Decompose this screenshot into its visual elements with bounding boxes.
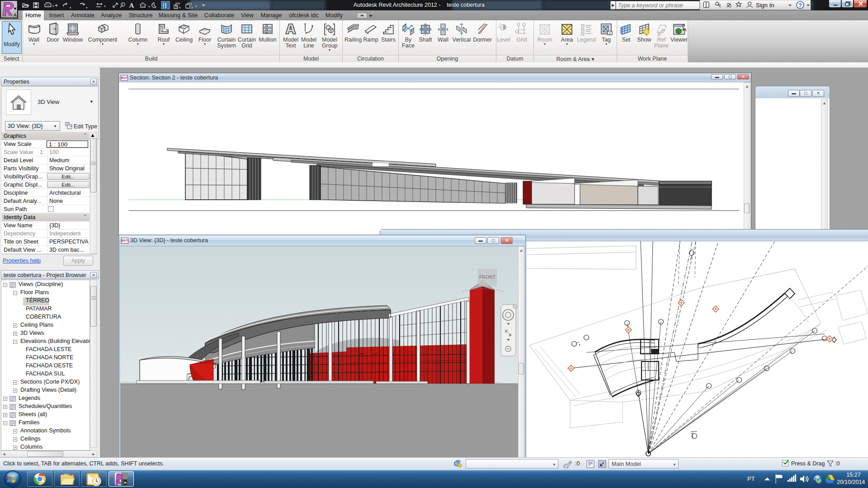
svg-text:?: ? <box>798 2 802 9</box>
svg-text:A: A <box>14 13 17 17</box>
svg-text:1: 1 <box>499 23 501 26</box>
svg-text:A: A <box>129 2 134 9</box>
svg-text:1: 1 <box>122 3 123 6</box>
svg-text:1: 1 <box>609 32 611 35</box>
svg-text:Sign In: Sign In <box>756 2 774 9</box>
svg-text:FRONT: FRONT <box>479 274 496 280</box>
svg-text:R: R <box>124 481 127 485</box>
